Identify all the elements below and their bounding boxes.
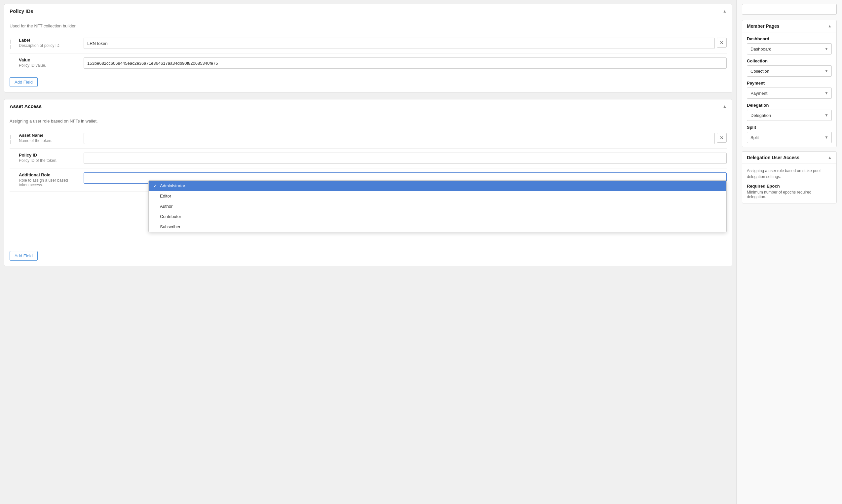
asset-name-remove-button[interactable]: ✕: [717, 133, 727, 143]
asset-access-header: Asset Access ▲: [4, 100, 732, 113]
delegation-user-access-description: Assigning a user role based on stake poo…: [747, 168, 832, 180]
asset-access-card: Asset Access ▲ Assigning a user role bas…: [4, 99, 732, 266]
check-icon: ✓: [153, 183, 158, 188]
additional-role-description: Role to assign a user based token access…: [19, 178, 78, 187]
additional-role-field-row: Additional Role Role to assign a user ba…: [10, 168, 727, 192]
member-pages-title: Member Pages: [747, 23, 779, 29]
rp-dashboard-select[interactable]: Dashboard: [747, 43, 832, 54]
rp-payment-label: Payment: [747, 80, 832, 86]
asset-access-description: Assigning a user role based on NFTs in w…: [10, 119, 727, 124]
value-field-label: Value: [19, 57, 78, 62]
asset-policy-id-label-group: Policy ID Policy ID of the token.: [19, 152, 78, 163]
rp-collection-field: Collection Collection ▼: [747, 58, 832, 77]
label-field-input[interactable]: [84, 38, 715, 49]
delegation-user-access-body: Assigning a user role based on stake poo…: [742, 164, 836, 203]
delegation-user-access-section: Delegation User Access ▲ Assigning a use…: [742, 151, 837, 203]
asset-policy-id-label: Policy ID: [19, 152, 78, 158]
role-option-editor-label: Editor: [160, 194, 171, 198]
label-field-description: Description of policy ID.: [19, 43, 78, 48]
role-option-subscriber-label: Subscriber: [160, 224, 180, 229]
role-dropdown: ✓ Administrator Editor Author: [148, 180, 727, 232]
asset-policy-id-field-row: Policy ID Policy ID of the token.: [10, 149, 727, 168]
value-field-description: Policy ID value.: [19, 63, 78, 68]
policy-ids-card: Policy IDs ▲ Used for the NFT collection…: [4, 4, 732, 92]
rp-collection-select[interactable]: Collection: [747, 66, 832, 77]
required-epoch-description: Minimum number of epochs required delega…: [747, 190, 832, 199]
rp-dashboard-label: Dashboard: [747, 36, 832, 41]
policy-ids-body: Used for the NFT collection builder. Lab…: [4, 18, 732, 92]
label-field-input-group: ✕: [84, 38, 727, 49]
app-layout: Policy IDs ▲ Used for the NFT collection…: [0, 0, 842, 504]
rp-split-select[interactable]: Split: [747, 132, 832, 143]
rp-payment-select[interactable]: Payment: [747, 88, 832, 99]
member-pages-body: Dashboard Dashboard ▼ Collection Collect…: [742, 32, 836, 147]
role-option-contributor-label: Contributor: [160, 214, 181, 219]
rp-payment-field: Payment Payment ▼: [747, 80, 832, 99]
asset-name-drag-handle[interactable]: [10, 133, 14, 144]
policy-ids-collapse-icon[interactable]: ▲: [723, 9, 727, 14]
label-field-row: Label Description of policy ID. ✕: [10, 34, 727, 54]
rp-delegation-select[interactable]: Delegation: [747, 110, 832, 121]
asset-access-collapse-icon[interactable]: ▲: [723, 104, 727, 109]
role-option-author-label: Author: [160, 204, 173, 209]
delegation-user-access-header: Delegation User Access ▲: [742, 151, 836, 164]
role-option-administrator[interactable]: ✓ Administrator: [149, 181, 726, 191]
asset-policy-id-description: Policy ID of the token.: [19, 158, 78, 163]
rp-dashboard-select-wrapper: Dashboard ▼: [747, 43, 832, 54]
rp-collection-select-wrapper: Collection ▼: [747, 66, 832, 77]
member-pages-header: Member Pages ▲: [742, 20, 836, 32]
value-field-row: Value Policy ID value.: [10, 54, 727, 73]
label-drag-handle[interactable]: [10, 38, 14, 49]
rp-delegation-label: Delegation: [747, 103, 832, 108]
rp-collection-label: Collection: [747, 58, 832, 64]
policy-ids-description: Used for the NFT collection builder.: [10, 23, 727, 29]
right-panel: Member Pages ▲ Dashboard Dashboard ▼ Col…: [736, 0, 842, 504]
additional-role-label: Additional Role: [19, 173, 78, 177]
value-field-label-group: Value Policy ID value.: [19, 57, 78, 68]
right-panel-top-input[interactable]: [742, 4, 837, 15]
asset-name-description: Name of the token.: [19, 138, 78, 143]
close-icon: ✕: [720, 135, 724, 140]
asset-policy-id-input[interactable]: [84, 152, 727, 164]
close-icon: ✕: [720, 40, 724, 45]
rp-delegation-field: Delegation Delegation ▼: [747, 103, 832, 121]
label-field-remove-button[interactable]: ✕: [717, 38, 727, 48]
rp-dashboard-field: Dashboard Dashboard ▼: [747, 36, 832, 54]
asset-access-title: Asset Access: [10, 103, 42, 109]
asset-name-input[interactable]: [84, 133, 715, 144]
asset-access-add-field-button[interactable]: Add Field: [10, 251, 38, 260]
delegation-user-access-title: Delegation User Access: [747, 155, 800, 160]
member-pages-collapse-icon[interactable]: ▲: [828, 24, 832, 29]
delegation-user-access-collapse-icon[interactable]: ▲: [828, 155, 832, 160]
policy-ids-title: Policy IDs: [10, 8, 33, 14]
asset-name-input-group: ✕: [84, 133, 727, 144]
role-option-contributor[interactable]: Contributor: [149, 211, 726, 222]
asset-policy-id-input-group: [84, 152, 727, 164]
left-section: Policy IDs ▲ Used for the NFT collection…: [0, 0, 736, 504]
label-field-label: Label: [19, 38, 78, 42]
additional-role-input-group: ✓ Administrator Editor Author: [84, 173, 727, 184]
value-field-input-group: [84, 57, 727, 69]
role-option-author[interactable]: Author: [149, 201, 726, 211]
rp-delegation-select-wrapper: Delegation ▼: [747, 110, 832, 121]
asset-access-body: Assigning a user role based on NFTs in w…: [4, 113, 732, 266]
asset-name-field-row: Asset Name Name of the token. ✕: [10, 129, 727, 149]
additional-role-label-group: Additional Role Role to assign a user ba…: [19, 173, 78, 187]
policy-ids-header: Policy IDs ▲: [4, 4, 732, 18]
asset-name-label-group: Asset Name Name of the token.: [19, 133, 78, 143]
asset-name-label: Asset Name: [19, 133, 78, 138]
member-pages-section: Member Pages ▲ Dashboard Dashboard ▼ Col…: [742, 20, 837, 147]
label-field-label-group: Label Description of policy ID.: [19, 38, 78, 48]
role-option-administrator-label: Administrator: [160, 183, 186, 188]
rp-payment-select-wrapper: Payment ▼: [747, 88, 832, 99]
rp-split-field: Split Split ▼: [747, 125, 832, 143]
required-epoch-label: Required Epoch: [747, 184, 832, 188]
role-option-editor[interactable]: Editor: [149, 191, 726, 201]
value-field-input[interactable]: [84, 57, 727, 69]
policy-ids-add-field-button[interactable]: Add Field: [10, 77, 38, 87]
rp-split-select-wrapper: Split ▼: [747, 132, 832, 143]
rp-split-label: Split: [747, 125, 832, 130]
role-option-subscriber[interactable]: Subscriber: [149, 222, 726, 232]
